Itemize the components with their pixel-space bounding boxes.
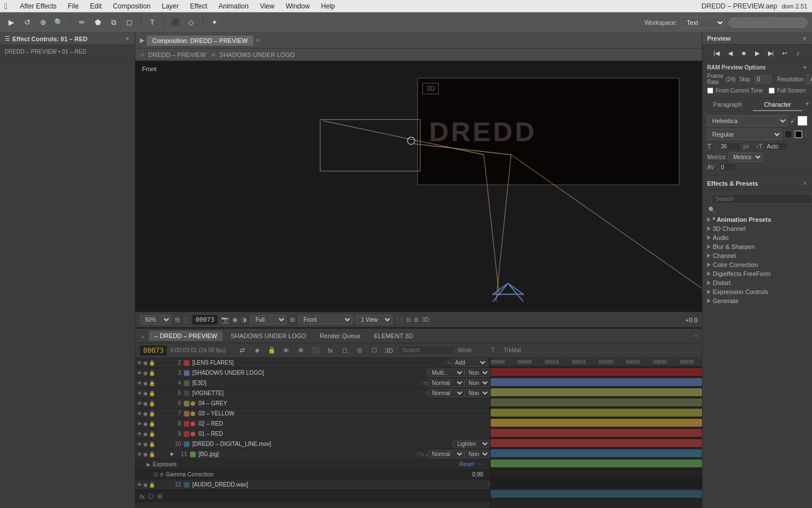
stop-btn[interactable]: ■ [738,48,749,58]
exposure-row[interactable]: ▶ Exposure Reset ··· [135,459,490,470]
fill-color-swatch[interactable] [784,130,792,138]
lock-icon[interactable]: 🔒 [149,391,155,396]
effect-cat-color[interactable]: Color Correction [703,260,812,269]
menu-help[interactable]: Help [319,2,337,10]
menu-after-effects[interactable]: After Effects [17,2,59,10]
vis-icon[interactable]: 👁 [137,482,142,488]
layer-mode-11[interactable]: Normal [428,450,465,458]
tl-search-input[interactable] [398,345,454,355]
zoom-select[interactable]: 50% 100% 25% [140,315,171,325]
comp-tab-close[interactable]: ✕ [255,37,260,43]
effect-cat-channel[interactable]: Channel [703,251,812,260]
tl-tab-render[interactable]: Render Queue [314,331,366,341]
layer-mode-3[interactable]: Multi... [428,369,465,377]
vp-icon-region[interactable]: ⬚ [183,316,189,323]
layer-row[interactable]: 👁 ◉ 🔒 9 01 – RED [135,429,490,439]
workspace-dropdown[interactable]: Text Standard Minimal [681,17,725,28]
tl-tab-shadows[interactable]: SHADOWS UNDER LOGO [225,331,312,341]
vp-icon-fit[interactable]: ⊞ [175,316,180,323]
effect-cat-digi[interactable]: Digieffects FreeForm [703,269,812,278]
tool-puppet[interactable]: ✦ [208,16,221,29]
layer-row-12[interactable]: 👁 ◉ 🔒 12 [AUDIO_DREDD.wav] / [135,480,490,490]
gamma-row[interactable]: ☑ B Gamma Correction 0,90 [135,470,490,480]
tool-shape[interactable]: ⬛ [169,16,182,29]
tool-paint[interactable]: ⬟ [91,16,104,29]
layer-row[interactable]: 👁 ◉ 🔒 2 [LENS FLARES] / fx Add [135,358,490,368]
prev-frame-first-btn[interactable]: |◀ [711,48,722,58]
lock-icon[interactable]: 🔒 [149,482,155,488]
vp-icon-color[interactable]: ◑ [241,316,247,323]
tool-text[interactable]: T [145,16,159,29]
solo-icon[interactable]: ◉ [143,360,148,366]
solo-icon[interactable]: ◉ [143,431,148,437]
stroke-color-swatch[interactable] [795,130,802,138]
vis-icon[interactable]: 👁 [137,391,142,396]
preview-options-icon[interactable]: ▼ [802,36,807,42]
vis-icon[interactable]: 👁 [137,421,142,427]
vis-icon[interactable]: 👁 [137,452,142,457]
menu-layer[interactable]: Layer [160,2,181,10]
vp-icon-grid[interactable]: ⊞ [290,316,295,323]
vis-icon[interactable]: 👁 [137,441,142,447]
menu-edit[interactable]: Edit [88,2,104,10]
font-style-select[interactable]: Regular [707,129,782,140]
effects-search-input[interactable] [712,194,812,204]
leading-input[interactable] [765,142,787,151]
viewport[interactable]: Front 3D DREDD [135,61,702,312]
quality-select[interactable]: Full Half Quarter [250,315,286,325]
prev-frame-btn[interactable]: ◀ [725,48,736,58]
font-size-input[interactable] [718,142,741,151]
lock-icon[interactable]: 🔒 [149,452,155,457]
tl-btn-lock[interactable]: 🔒 [266,345,277,356]
skip-value-input[interactable] [754,75,771,84]
tl-btn-3d[interactable]: 3D [383,345,395,356]
tl-bottom-icon1[interactable]: fx [140,493,145,500]
effects-options-icon[interactable]: ✕ [803,181,807,186]
tool-camera[interactable]: ⊕ [36,16,50,29]
tool-rotate[interactable]: ↺ [20,16,34,29]
panel-menu-icon[interactable]: ☰ [5,35,10,42]
layer-trk-5[interactable]: None [465,389,490,397]
view-select[interactable]: Front Top Left Active Camera [298,315,352,325]
tl-btn-motion[interactable]: ◎ [354,345,365,356]
timeline-options-icon[interactable]: ≡ [694,332,698,339]
tool-eraser[interactable]: ◻ [122,16,136,29]
effect-cat-expression[interactable]: Expression Controls [703,287,812,296]
tl-btn-hide[interactable]: 👁 [281,345,292,356]
menu-file[interactable]: File [65,2,81,10]
menu-window[interactable]: Window [284,2,312,10]
effect-cat-blur[interactable]: Blur & Sharpen [703,242,812,251]
lock-icon[interactable]: 🔒 [149,401,155,406]
view-count-select[interactable]: 1 View 2 Views 4 Views [356,315,392,325]
character-tab[interactable]: Character [753,99,803,111]
solo-icon[interactable]: ◉ [143,482,148,488]
effect-cat-distort[interactable]: Distort [703,278,812,287]
layer-row[interactable]: 👁 ◉ 🔒 3 [SHADOWS UNDER LOGO] / Multi... [135,368,490,378]
keyframe-area[interactable]: 00000 00005 00010 00015 00020 00025 0003… [491,358,702,508]
lock-icon[interactable]: 🔒 [149,421,155,427]
vp-icon-layout1[interactable]: ⬛ [396,317,403,323]
solo-icon[interactable]: ◉ [143,370,148,376]
menu-view[interactable]: View [258,2,277,10]
layer-row[interactable]: 👁 ◉ 🔒 7 03 – YELLOW [135,409,490,419]
lock-icon[interactable]: 🔒 [149,380,155,386]
resolution-select[interactable]: Auto [806,75,812,84]
vis-icon[interactable]: 👁 [137,431,142,437]
tl-bottom-icon3[interactable]: ⊟ [157,493,162,500]
layer-row[interactable]: 👁 ◉ 🔒 4 [E3D] / fx Normal None [135,378,490,388]
vp-icon-mode[interactable]: ◉ [232,316,238,323]
loop-btn[interactable]: ↩ [779,48,790,58]
tl-btn-frame[interactable]: ◻ [339,345,351,356]
paragraph-tab[interactable]: Paragraph [703,99,753,111]
layer-expand-11[interactable]: ▼ [169,452,174,457]
layer-mode-10[interactable]: Lighten [453,440,490,448]
vp-icon-layout3[interactable]: ⊞ [414,317,418,323]
layer-trk-4[interactable]: None [465,379,490,387]
solo-icon[interactable]: ◉ [143,391,148,396]
effect-cat-3d[interactable]: 3D Channel [703,224,812,233]
audio-btn[interactable]: ♪ [792,48,804,58]
tl-btn-collapse[interactable]: ⊕ [295,345,307,356]
av-input[interactable] [719,163,736,172]
tl-timecode-display[interactable]: 00073 [140,345,167,356]
solo-icon[interactable]: ◉ [143,380,148,386]
